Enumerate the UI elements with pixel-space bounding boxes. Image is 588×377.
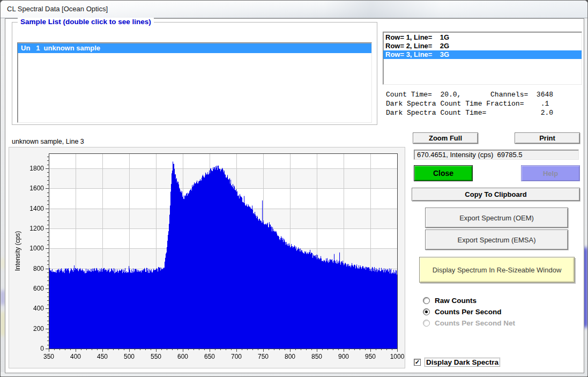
dark-count-time-line: Dark Spectra Count Time= 2.0 (386, 108, 553, 117)
list-item[interactable]: Row= 2, Line= 2G (383, 42, 582, 50)
client-area: Sample List (double click to see lines) … (5, 18, 584, 373)
display-dark-spectra-label: Display Dark Spectra (425, 358, 500, 366)
frame-glass-reflection (1, 290, 5, 305)
print-button[interactable]: Print (515, 132, 580, 144)
radio-counts-per-second-net-label: Counts Per Second Net (435, 319, 515, 327)
radio-raw-counts-label: Raw Counts (435, 297, 477, 305)
spectrum-chart[interactable] (9, 147, 406, 369)
count-time-line: Count Time= 20.0, Channels= 3648 (386, 90, 553, 99)
radio-counts-per-second-label: Counts Per Second (435, 308, 502, 316)
close-button[interactable]: Close (414, 165, 473, 181)
radio-icon[interactable] (423, 297, 430, 304)
frame-glass-reflection (1, 312, 5, 336)
radio-counts-per-second[interactable]: Counts Per Second (423, 307, 502, 316)
zoom-full-button[interactable]: Zoom Full (413, 132, 478, 144)
dark-fraction-line: Dark Spectra Count Time Fraction= .1 (386, 99, 553, 108)
copy-to-clipboard-button[interactable]: Copy To Clipboard (412, 188, 580, 201)
titlebar[interactable]: CL Spectral Data [Ocean Optics] (1, 1, 588, 18)
chart-panel (9, 147, 405, 368)
radio-icon[interactable] (423, 308, 430, 315)
display-dark-spectra-checkbox-row[interactable]: ✓ Display Dark Spectra (414, 358, 500, 366)
chart-caption: unknown sample, Line 3 (12, 138, 84, 145)
sample-list-label: Sample List (double click to see lines) (18, 18, 154, 26)
radio-raw-counts[interactable]: Raw Counts (423, 296, 477, 305)
radio-counts-per-second-net: Counts Per Second Net (423, 319, 515, 327)
frame-glass-reflection (1, 258, 5, 269)
radio-icon (423, 320, 430, 327)
list-item[interactable]: Row= 1, Line= 1G (383, 33, 582, 42)
list-item[interactable]: Un 1 unknown sample (18, 43, 371, 53)
dialog-window: CL Spectral Data [Ocean Optics] Sample L… (0, 0, 588, 377)
help-button: Help (521, 165, 580, 181)
list-item[interactable]: Row= 3, Line= 3G (383, 50, 582, 59)
cursor-readout-field: 670.4651, Intensity (cps) 69785.5 (414, 150, 579, 160)
export-spectrum-oem-button[interactable]: Export Spectrum (OEM) (425, 208, 568, 228)
display-resizeable-window-button[interactable]: Display Spectrum In Re-Sizeable Window (419, 257, 575, 283)
line-listbox[interactable]: Row= 1, Line= 1GRow= 2, Line= 2GRow= 3, … (383, 32, 582, 85)
count-info: Count Time= 20.0, Channels= 3648Dark Spe… (386, 90, 553, 117)
export-spectrum-emsa-button[interactable]: Export Spectrum (EMSA) (425, 230, 568, 250)
window-title: CL Spectral Data [Ocean Optics] (7, 5, 108, 13)
checkbox-icon[interactable]: ✓ (414, 359, 421, 366)
sample-listbox[interactable]: Un 1 unknown sample (17, 42, 372, 123)
